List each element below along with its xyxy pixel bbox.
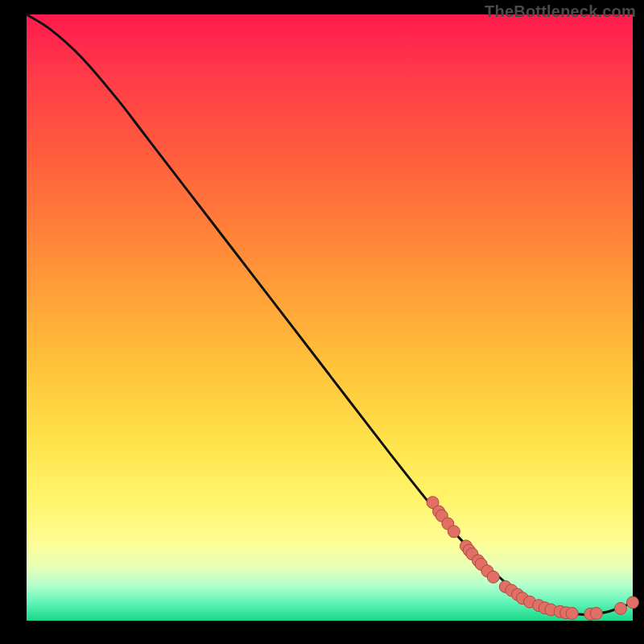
chart-overlay [27, 14, 633, 621]
data-point [590, 607, 602, 619]
chart-stage: TheBottleneck.com [0, 0, 644, 644]
data-point [627, 597, 639, 609]
watermark-text: TheBottleneck.com [485, 2, 636, 21]
data-point [448, 526, 460, 538]
bottleneck-curve [27, 14, 633, 614]
data-points-group [427, 497, 638, 621]
data-point [614, 602, 626, 614]
data-point [487, 571, 499, 583]
data-point [566, 607, 578, 619]
plot-area [27, 14, 633, 621]
